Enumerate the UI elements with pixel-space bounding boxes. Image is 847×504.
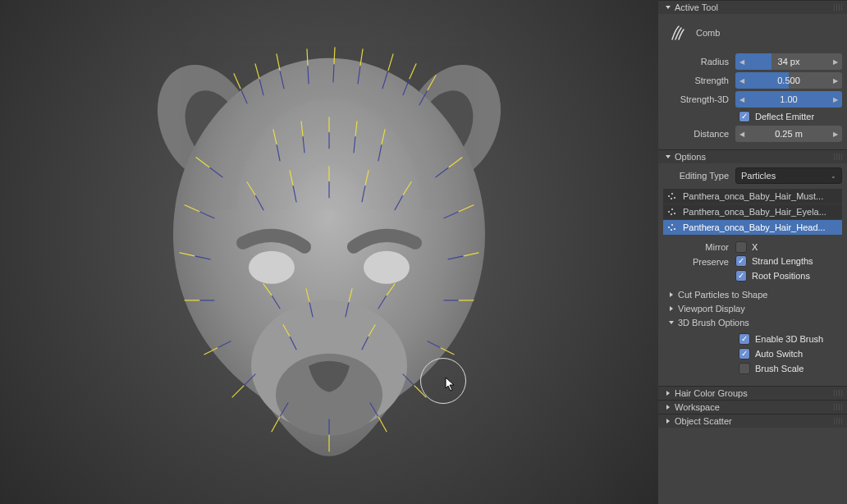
editing-type-label: Editing Type — [663, 171, 732, 181]
chevron-right-icon — [665, 390, 671, 396]
panel-grip-icon — [834, 404, 844, 410]
panel-title: Workspace — [675, 402, 720, 412]
panel-body-options: Editing Type Particles ⌄ Panthera_onca_B… — [658, 163, 847, 386]
caret-right-icon[interactable]: ▶ — [831, 91, 840, 108]
editing-type-value: Particles — [741, 171, 776, 181]
svg-point-96 — [668, 227, 670, 228]
subpanel-3d-brush-options[interactable]: 3D Brush Options — [663, 316, 842, 329]
deflect-emitter-label: Deflect Emitter — [755, 112, 814, 121]
list-item[interactable]: Panthera_onca_Baby_Hair_Eyela... — [663, 204, 842, 219]
strength-input[interactable]: ◀ 0.500 ▶ — [735, 72, 842, 89]
enable-3d-brush-checkbox[interactable] — [739, 333, 750, 345]
strength-value: 0.500 — [777, 76, 800, 85]
auto-switch-checkbox[interactable] — [739, 348, 750, 360]
chevron-down-icon — [665, 4, 671, 11]
svg-point-94 — [674, 213, 675, 214]
panel-header-workspace[interactable]: Workspace — [658, 400, 847, 414]
list-item-label: Panthera_onca_Baby_Hair_Must... — [683, 191, 839, 201]
strength3d-input[interactable]: ◀ 1.00 ▶ — [735, 91, 842, 108]
svg-line-62 — [232, 386, 244, 397]
subpanel-cut-particles[interactable]: Cut Particles to Shape — [663, 288, 842, 301]
list-item[interactable]: Panthera_onca_Baby_Hair_Must... — [663, 189, 842, 204]
caret-left-icon[interactable]: ◀ — [737, 53, 747, 70]
list-item-label: Panthera_onca_Baby_Hair_Head... — [683, 222, 839, 232]
model-silhouette — [132, 13, 526, 473]
svg-point-90 — [674, 197, 675, 199]
panel-body-active-tool: Comb Radius ◀ 34 px ▶ Strength ◀ 0.500 ▶ — [658, 14, 847, 149]
distance-input[interactable]: ◀ 0.25 m ▶ — [735, 126, 842, 142]
caret-right-icon[interactable]: ▶ — [831, 53, 840, 70]
distance-label: Distance — [663, 129, 732, 139]
chevron-right-icon — [665, 404, 671, 410]
subpanel-title: 3D Brush Options — [678, 318, 749, 328]
deflect-emitter-checkbox[interactable] — [739, 111, 750, 122]
subpanel-title: Cut Particles to Shape — [678, 290, 767, 300]
chevron-right-icon — [668, 291, 675, 298]
panel-header-active-tool[interactable]: Active Tool — [658, 0, 847, 14]
panel-header-hair-color-groups[interactable]: Hair Color Groups — [658, 386, 847, 400]
panel-title: Options — [675, 152, 706, 162]
panel-grip-icon — [834, 418, 844, 424]
preserve-label: Preserve — [663, 255, 732, 267]
svg-point-92 — [668, 211, 670, 213]
chevron-down-icon — [665, 153, 671, 160]
comb-icon — [668, 22, 689, 44]
mirror-x-checkbox[interactable] — [735, 241, 747, 253]
mirror-label: Mirror — [663, 242, 732, 252]
svg-point-97 — [671, 224, 673, 226]
root-positions-label: Root Positions — [752, 271, 810, 281]
brush-scale-checkbox[interactable] — [739, 363, 750, 374]
distance-value: 0.25 m — [775, 129, 803, 139]
svg-point-7 — [364, 251, 410, 284]
editing-type-dropdown[interactable]: Particles ⌄ — [735, 167, 842, 184]
enable-3d-brush-label: Enable 3D Brush — [755, 334, 823, 344]
svg-line-66 — [414, 386, 426, 397]
svg-line-63 — [272, 417, 280, 432]
caret-right-icon[interactable]: ▶ — [831, 126, 840, 142]
caret-left-icon[interactable]: ◀ — [737, 91, 747, 108]
chevron-right-icon — [668, 305, 675, 312]
svg-line-55 — [410, 64, 416, 79]
subpanel-viewport-display[interactable]: Viewport Display — [663, 302, 842, 315]
auto-switch-label: Auto Switch — [755, 349, 803, 359]
svg-point-89 — [671, 193, 673, 195]
chevron-down-icon: ⌄ — [831, 172, 836, 180]
svg-point-99 — [671, 229, 672, 231]
radius-label: Radius — [663, 57, 732, 66]
strength3d-label: Strength-3D — [663, 94, 732, 104]
viewport-3d[interactable] — [0, 0, 658, 504]
caret-left-icon[interactable]: ◀ — [737, 72, 747, 89]
panel-grip-icon — [834, 153, 844, 160]
caret-right-icon[interactable]: ▶ — [831, 72, 840, 89]
svg-point-6 — [249, 251, 295, 284]
svg-point-95 — [671, 213, 672, 215]
svg-line-49 — [255, 64, 259, 79]
brush-scale-label: Brush Scale — [755, 364, 804, 373]
strength3d-value: 1.00 — [780, 94, 797, 104]
sidebar: Active Tool Comb Radius ◀ 34 px ▶ — [658, 0, 847, 504]
strength-label: Strength — [663, 76, 732, 85]
particles-icon — [666, 190, 678, 202]
caret-left-icon[interactable]: ◀ — [737, 126, 747, 142]
panel-header-object-scatter[interactable]: Object Scatter — [658, 414, 847, 428]
radius-input[interactable]: ◀ 34 px ▶ — [735, 53, 842, 70]
list-item-label: Panthera_onca_Baby_Hair_Eyela... — [683, 207, 839, 217]
particles-icon — [666, 222, 678, 233]
app-root: Active Tool Comb Radius ◀ 34 px ▶ — [0, 0, 847, 504]
particles-icon — [666, 206, 678, 218]
svg-point-88 — [668, 195, 670, 197]
panel-header-options[interactable]: Options — [658, 149, 847, 163]
chevron-right-icon — [665, 418, 671, 424]
svg-point-91 — [671, 198, 672, 199]
tool-name: Comb — [696, 28, 720, 38]
list-item[interactable]: Panthera_onca_Baby_Hair_Head... — [663, 219, 842, 235]
preserve-root-positions-checkbox[interactable] — [735, 270, 747, 282]
mirror-x-label: X — [752, 242, 758, 252]
panel-grip-icon — [834, 4, 844, 11]
panel-title: Object Scatter — [675, 416, 732, 426]
svg-line-65 — [378, 417, 387, 432]
panel-title: Hair Color Groups — [675, 388, 748, 398]
strand-lengths-label: Strand Lengths — [752, 256, 813, 266]
preserve-strand-lengths-checkbox[interactable] — [735, 255, 747, 267]
particle-system-list[interactable]: Panthera_onca_Baby_Hair_Must... Panthera… — [663, 189, 842, 235]
